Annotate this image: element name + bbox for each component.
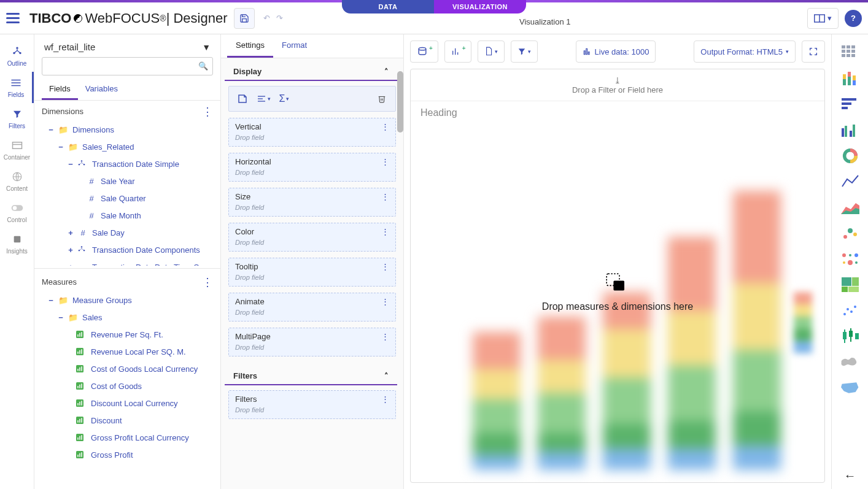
chart-hbar[interactable] [838, 92, 862, 117]
sigma-icon[interactable]: Σ▾ [276, 90, 293, 107]
bucket-more[interactable]: ⋮ [381, 395, 389, 404]
chart-line[interactable] [838, 169, 862, 194]
tab-visualization[interactable]: VISUALIZATION [434, 0, 526, 13]
bucket-more[interactable]: ⋮ [381, 297, 389, 306]
chart-clustered-bar[interactable] [838, 118, 862, 142]
help-button[interactable]: ? [845, 10, 862, 27]
subtab-fields[interactable]: Fields [42, 79, 78, 100]
filters-bucket[interactable]: Filters⋮ Drop field [228, 390, 396, 419]
bucket-vertical[interactable]: Vertical⋮Drop field [228, 118, 396, 147]
bucket-more[interactable]: ⋮ [381, 122, 389, 131]
tree-txn-date-datetime[interactable]: +≡Transaction Date Date Time Com... [34, 258, 220, 266]
scrollbar[interactable] [397, 71, 403, 133]
tree-sales-related[interactable]: −📁Sales_Related [34, 138, 220, 155]
chart-canvas[interactable]: ⤓ Drop a Filter or Field here Heading [410, 69, 825, 483]
nav-content[interactable]: Content [0, 166, 34, 197]
dimensions-menu[interactable]: ⋮ [202, 109, 213, 115]
bucket-multipage[interactable]: MultiPage⋮Drop field [228, 328, 396, 356]
chart-bubble-matrix[interactable] [838, 247, 862, 271]
tab-format[interactable]: Format [273, 34, 316, 58]
nav-fields[interactable]: Fields [0, 72, 34, 103]
add-page-button[interactable]: ▾ [478, 40, 505, 63]
tree-measure-item[interactable]: Gross Profit [34, 446, 220, 463]
chart-us-map[interactable] [838, 375, 862, 400]
tree-sales[interactable]: −📁Sales [34, 309, 220, 326]
note-icon[interactable] [234, 90, 251, 107]
live-data-button[interactable]: Live data: 1000 [576, 40, 656, 63]
save-button[interactable] [234, 8, 255, 29]
bucket-more[interactable]: ⋮ [381, 227, 389, 236]
datasource-dropdown[interactable]: ▼ [202, 42, 211, 52]
tree-measure-item[interactable]: Cost of Goods Local Currency [34, 360, 220, 377]
bucket-animate[interactable]: Animate⋮Drop field [228, 293, 396, 322]
chart-ring[interactable] [838, 144, 862, 168]
chart-boxplot[interactable] [838, 324, 862, 348]
bucket-horizontal[interactable]: Horizontal⋮Drop field [228, 153, 396, 182]
measures-menu[interactable]: ⋮ [202, 279, 213, 285]
tree-sale-quarter[interactable]: #Sale Quarter [34, 190, 220, 207]
svg-rect-35 [81, 383, 82, 388]
display-collapse[interactable]: ˄ [384, 67, 389, 76]
tree-measure-item[interactable]: Discount Local Currency [34, 395, 220, 412]
tab-data[interactable]: DATA [342, 0, 434, 13]
tree-txn-date-simple[interactable]: − Transaction Date Simple [34, 155, 220, 172]
nav-container[interactable]: Container [0, 134, 34, 166]
tab-settings[interactable]: Settings [227, 34, 273, 58]
chart-stacked-bar[interactable] [838, 66, 862, 91]
bucket-size[interactable]: Size⋮Drop field [228, 188, 396, 217]
nav-filters[interactable]: Filters [0, 103, 34, 134]
filters-collapse[interactable]: ˄ [384, 371, 389, 380]
bucket-more[interactable]: ⋮ [381, 192, 389, 201]
drag-cursor-icon [603, 272, 632, 296]
bucket-tooltip[interactable]: Tooltip⋮Drop field [228, 258, 396, 287]
bucket-more[interactable]: ⋮ [381, 332, 389, 341]
fullscreen-button[interactable] [802, 40, 825, 63]
nav-outline[interactable]: Outline [0, 40, 34, 72]
add-data-button[interactable]: + [410, 40, 438, 63]
tree-measure-item[interactable]: Revenue Per Sq. Ft. [34, 326, 220, 343]
output-format-button[interactable]: Output Format: HTML5▾ [694, 40, 796, 63]
visualization-title: Visualization 1 [519, 17, 571, 26]
svg-rect-64 [842, 45, 845, 48]
tree-measure-item[interactable]: Cost of Goods [34, 377, 220, 395]
chart-treemap[interactable] [838, 272, 862, 297]
chart-scatter[interactable] [838, 221, 862, 245]
undo-button[interactable]: ↶ [263, 13, 270, 23]
settings-panel: Settings Format Display ˄ ▾ Σ▾ Vertical⋮… [221, 34, 404, 489]
nav-control[interactable]: Control [0, 197, 34, 228]
filter-drop-zone[interactable]: ⤓ Drop a Filter or Field here [411, 69, 824, 101]
tree-sale-day[interactable]: +#Sale Day [34, 224, 220, 241]
tree-txn-date-components[interactable]: +Transaction Date Components [34, 241, 220, 258]
chart-grid[interactable] [838, 40, 862, 65]
add-chart-button[interactable]: + [444, 40, 471, 63]
measure-icon [76, 417, 87, 424]
layout-button[interactable]: ▾ [807, 8, 839, 29]
subtab-variables[interactable]: Variables [78, 79, 125, 100]
bucket-color[interactable]: Color⋮Drop field [228, 223, 396, 252]
tree-measure-item[interactable]: Revenue Local Per SQ. M. [34, 343, 220, 360]
menu-icon[interactable] [6, 9, 25, 28]
svg-point-105 [854, 306, 856, 308]
chart-area[interactable] [838, 195, 862, 220]
bucket-more[interactable]: ⋮ [381, 262, 389, 271]
svg-rect-30 [79, 368, 80, 371]
bucket-more[interactable]: ⋮ [381, 157, 389, 166]
delete-icon[interactable] [373, 90, 390, 107]
chart-world-map[interactable] [838, 350, 862, 374]
search-icon[interactable]: 🔍 [198, 61, 208, 71]
filter-button[interactable]: ▾ [511, 40, 538, 63]
align-icon[interactable]: ▾ [255, 90, 272, 107]
tree-sale-month[interactable]: #Sale Month [34, 207, 220, 224]
svg-rect-13 [14, 236, 20, 243]
redo-button[interactable]: ↷ [276, 13, 283, 23]
chart-scatter-plot[interactable] [838, 298, 862, 323]
tree-measure-groups[interactable]: −📁Measure Groups [34, 291, 220, 309]
tree-dimensions-root[interactable]: −📁Dimensions [34, 121, 220, 138]
search-input[interactable] [42, 57, 213, 75]
tree-measure-item[interactable]: Gross Profit Local Currency [34, 429, 220, 446]
outline-icon [11, 45, 23, 58]
nav-insights[interactable]: Insights [0, 228, 34, 260]
collapse-rail[interactable]: ← [844, 469, 856, 483]
tree-sale-year[interactable]: #Sale Year [34, 172, 220, 190]
tree-measure-item[interactable]: Discount [34, 412, 220, 429]
